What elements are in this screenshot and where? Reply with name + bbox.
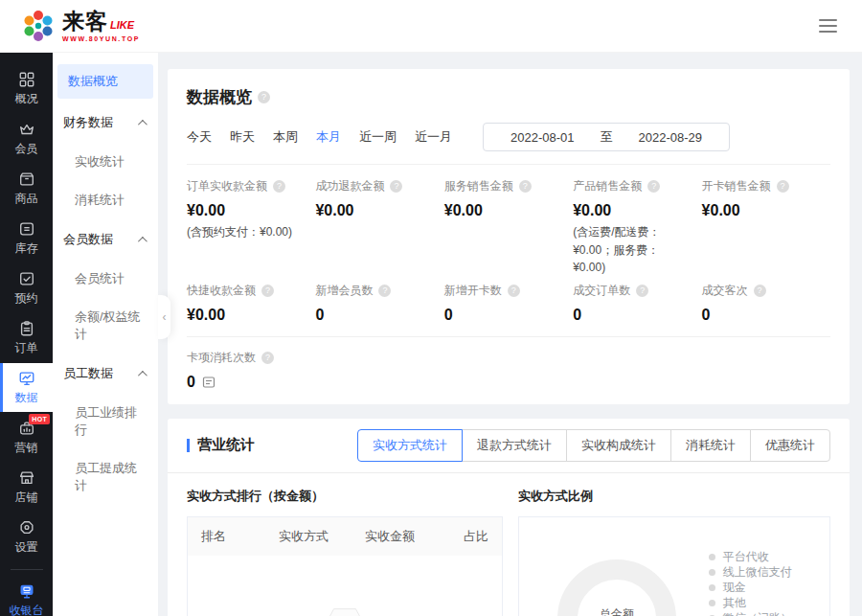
legend-platform-collect[interactable]: 平台代收	[709, 552, 805, 563]
data-icon	[18, 370, 35, 387]
stat-order-receipts: 订单实收款金额 ¥0.00 (含预约支付：¥0.00)	[187, 178, 315, 277]
submenu-group-member[interactable]: 会员数据	[53, 219, 158, 260]
app-header: 来客 LIKE WWW.80YUN.TOP	[0, 0, 862, 53]
business-card-body: 实收方式排行（按金额） 排名 实收方式 实收金额 占比	[168, 473, 850, 616]
primary-sidebar: 概况 会员 商品 库存 预约 订单	[0, 53, 53, 616]
business-title: 营业统计	[197, 436, 255, 454]
legend-dot-icon	[709, 554, 715, 560]
help-icon[interactable]	[390, 180, 402, 193]
chevron-up-icon	[138, 370, 147, 379]
stat-refunds: 成功退款金额 ¥0.00	[315, 178, 443, 277]
main-content: 数据概览 今天 昨天 本周 本月 近一周 近一月 2022-08-01 至 20…	[158, 53, 862, 616]
legend-other[interactable]: 其他	[709, 598, 805, 609]
legend-dot-icon	[709, 600, 715, 606]
col-rank: 排名	[201, 528, 261, 545]
detail-record-icon[interactable]	[202, 376, 216, 389]
submenu-data-overview[interactable]: 数据概览	[57, 64, 153, 99]
legend-cash[interactable]: 现金	[709, 582, 805, 594]
donut-center-label: 总金额	[557, 606, 676, 616]
sidebar-item-booking[interactable]: 预约	[0, 263, 53, 312]
filter-last-week[interactable]: 近一周	[359, 128, 397, 146]
inventory-icon	[18, 220, 35, 238]
donut-chart: 总金额 ¥0.00 平台代收 线上微信支付 现金 其他 微信（记账） 支付宝（记…	[518, 516, 830, 616]
sidebar-item-cashier[interactable]: 收银台	[0, 576, 53, 616]
brand-site: WWW.80YUN.TOP	[62, 35, 140, 42]
submenu-balance-stats[interactable]: 余额/权益统计	[53, 298, 158, 354]
stat-service-sales: 服务销售金额 ¥0.00	[444, 178, 573, 277]
help-icon[interactable]	[261, 285, 274, 297]
tab-receipt-composition[interactable]: 实收构成统计	[566, 429, 671, 462]
sidebar-collapse-handle[interactable]	[158, 295, 170, 339]
sidebar-item-data[interactable]: 数据	[0, 363, 53, 412]
ranking-table-header: 排名 实收方式 实收金额 占比	[188, 517, 502, 556]
col-method: 实收方式	[261, 528, 347, 545]
receipt-ranking-panel: 实收方式排行（按金额） 排名 实收方式 实收金额 占比	[187, 488, 503, 616]
stats-row-2: 快捷收款金额 ¥0.00 新增会员数 0 新增开卡数 0 成交订单数 0 成交客…	[187, 283, 830, 324]
legend-online-wechat[interactable]: 线上微信支付	[709, 567, 805, 579]
submenu-group-finance[interactable]: 财务数据	[53, 103, 158, 143]
help-icon[interactable]	[754, 285, 766, 297]
sidebar-item-shop[interactable]: 店铺	[0, 463, 53, 512]
submenu-staff-ranking[interactable]: 员工业绩排行	[53, 394, 158, 449]
stat-deal-customers: 成交客次 0	[702, 283, 830, 324]
help-icon[interactable]	[261, 352, 274, 364]
submenu-staff-commission[interactable]: 员工提成统计	[53, 449, 158, 505]
shop-icon	[18, 469, 35, 487]
hot-badge: HOT	[29, 414, 50, 424]
ranking-title: 实收方式排行（按金额）	[187, 488, 503, 505]
menu-toggle-icon[interactable]	[815, 15, 841, 36]
submenu-consumption-stats[interactable]: 消耗统计	[53, 181, 158, 219]
date-start[interactable]: 2022-08-01	[510, 130, 575, 145]
tab-consumption[interactable]: 消耗统计	[670, 429, 751, 462]
sidebar-item-members[interactable]: 会员	[0, 114, 53, 163]
empty-state: 暂无数据	[188, 556, 502, 616]
help-icon[interactable]	[273, 180, 285, 193]
filter-today[interactable]: 今天	[187, 128, 212, 146]
cashier-icon	[18, 582, 35, 600]
tab-receipt-method[interactable]: 实收方式统计	[357, 429, 463, 462]
filter-yesterday[interactable]: 昨天	[230, 128, 255, 146]
divider	[187, 164, 830, 165]
sidebar-item-goods[interactable]: 商品	[0, 164, 53, 213]
help-icon[interactable]	[519, 180, 532, 193]
stat-deal-orders: 成交订单数 0	[573, 283, 701, 324]
help-icon[interactable]	[647, 180, 660, 193]
brand-suffix: LIKE	[110, 20, 134, 33]
sidebar-item-orders[interactable]: 订单	[0, 313, 53, 362]
gear-icon	[18, 519, 35, 536]
empty-inbox-icon	[317, 602, 373, 616]
sidebar-item-overview[interactable]: 概况	[0, 64, 53, 113]
help-icon[interactable]	[636, 285, 648, 297]
business-stats-card: 营业统计 实收方式统计 退款方式统计 实收构成统计 消耗统计 优惠统计 实收方式…	[168, 419, 850, 616]
brand-name: 来客	[62, 11, 108, 33]
stat-new-members: 新增会员数 0	[315, 283, 443, 324]
sidebar-item-inventory[interactable]: 库存	[0, 214, 53, 262]
sidebar-item-marketing[interactable]: HOT 营销	[0, 413, 53, 462]
legend-dot-icon	[709, 584, 715, 591]
order-icon	[18, 320, 35, 337]
help-icon[interactable]	[378, 285, 391, 297]
help-icon[interactable]	[258, 91, 270, 103]
submenu-receipt-stats[interactable]: 实收统计	[53, 143, 158, 181]
brand-logo[interactable]: 来客 LIKE WWW.80YUN.TOP	[21, 9, 140, 43]
tab-discount[interactable]: 优惠统计	[750, 429, 830, 462]
tab-refund-method[interactable]: 退款方式统计	[462, 429, 567, 462]
help-icon[interactable]	[508, 285, 520, 297]
submenu-member-stats[interactable]: 会员统计	[53, 260, 158, 298]
stats-row-1: 订单实收款金额 ¥0.00 (含预约支付：¥0.00) 成功退款金额 ¥0.00…	[187, 178, 830, 277]
secondary-sidebar: 数据概览 财务数据 实收统计 消耗统计 会员数据 会员统计 余额/权益统计 员工…	[53, 53, 158, 616]
grid-icon	[18, 71, 35, 88]
sidebar-item-settings[interactable]: 设置	[0, 513, 53, 561]
filter-last-month[interactable]: 近一月	[415, 128, 452, 146]
submenu-group-staff[interactable]: 员工数据	[53, 354, 158, 394]
filter-this-week[interactable]: 本周	[273, 128, 298, 146]
date-end[interactable]: 2022-08-29	[639, 130, 703, 145]
overview-card: 数据概览 今天 昨天 本周 本月 近一周 近一月 2022-08-01 至 20…	[168, 69, 850, 404]
date-range-picker[interactable]: 2022-08-01 至 2022-08-29	[483, 123, 730, 151]
business-card-header: 营业统计 实收方式统计 退款方式统计 实收构成统计 消耗统计 优惠统计	[168, 419, 850, 473]
filter-this-month[interactable]: 本月	[316, 128, 341, 146]
business-tabs: 实收方式统计 退款方式统计 实收构成统计 消耗统计 优惠统计	[357, 429, 830, 462]
goods-icon	[18, 171, 35, 188]
help-icon[interactable]	[777, 180, 789, 193]
date-separator: 至	[601, 128, 613, 146]
